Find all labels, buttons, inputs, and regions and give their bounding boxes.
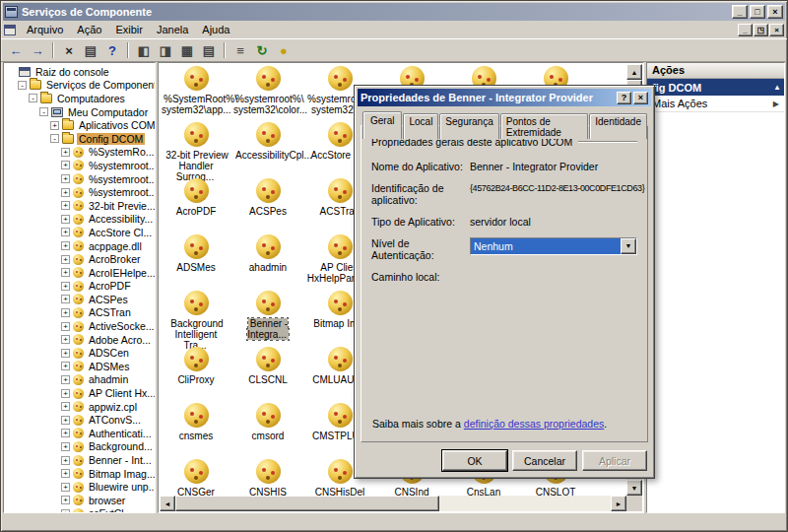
dcom-app-item[interactable]: ACSPes	[233, 178, 302, 217]
dcom-app-item[interactable]: ahadmin	[233, 234, 302, 273]
tab-identidade[interactable]: Identidade	[589, 113, 647, 139]
tree-expander-icon[interactable]: -	[39, 107, 48, 116]
tree-item-authenticati[interactable]: +Authenticati...	[4, 427, 155, 440]
dcom-app-item[interactable]: cnsmes	[162, 403, 230, 441]
tab-geral[interactable]: Geral	[362, 111, 402, 139]
close-button[interactable]: ×	[767, 5, 783, 19]
menu-janela[interactable]: Janela	[150, 22, 195, 37]
properties-icon[interactable]: ▤	[80, 40, 101, 60]
tree-item-bitmap-imag[interactable]: +Bitmap Imag...	[4, 467, 155, 481]
menu-a-o[interactable]: Ação	[70, 22, 108, 37]
tree-item-ap-client-hx[interactable]: +AP Client Hx...	[4, 386, 155, 400]
collapse-icon[interactable]: ▴	[775, 83, 779, 92]
tree-expander-icon[interactable]: +	[61, 402, 70, 411]
help-icon[interactable]: ?	[101, 40, 123, 60]
tree-item-acropdf[interactable]: +AcroPDF	[4, 280, 155, 294]
tree-item-acrobroker[interactable]: +AcroBroker	[4, 252, 155, 266]
tree-expander-icon[interactable]: +	[61, 215, 70, 224]
dcom-app-item[interactable]: CLSCNL	[233, 347, 302, 385]
dcom-app-item[interactable]: %SystemRoot%\ system32\app...	[162, 66, 230, 115]
show-action-pane-icon[interactable]: ◨	[155, 40, 176, 60]
tree-expander-icon[interactable]: +	[61, 509, 70, 513]
back-icon[interactable]: ←	[5, 40, 27, 60]
tree-expander-icon[interactable]: +	[61, 228, 70, 236]
tree-item-adsmes[interactable]: +ADSMes	[4, 360, 155, 373]
tree-expander-icon[interactable]: +	[61, 308, 70, 317]
tree-item-accstore-cl[interactable]: +AccStore Cl...	[4, 226, 155, 239]
tree-item-ahadmin[interactable]: +ahadmin	[4, 373, 155, 387]
menu-exibir[interactable]: Exibir	[108, 22, 150, 37]
tree-expander-icon[interactable]: +	[61, 282, 70, 291]
tree-expander-icon[interactable]: -	[29, 94, 37, 102]
tree-item-systemroot[interactable]: +%systemroot...	[4, 185, 155, 199]
help-button[interactable]: ?	[617, 92, 631, 104]
refresh-icon[interactable]: ↻	[251, 40, 273, 60]
tree-item-atconvs[interactable]: +ATConvS...	[4, 413, 155, 427]
properties-definition-link[interactable]: definição dessas propriedades	[464, 418, 604, 430]
scroll-left-button[interactable]: ◄	[160, 496, 175, 511]
scroll-up-button[interactable]: ▲	[626, 64, 642, 80]
tree-item-aplicativos-com[interactable]: +Aplicativos COM	[4, 118, 155, 132]
tree-expander-icon[interactable]: -	[50, 134, 59, 143]
tree-expander-icon[interactable]: +	[61, 322, 70, 331]
tree-expander-icon[interactable]: +	[61, 469, 70, 478]
icon-view-icon[interactable]: ▦	[176, 40, 198, 60]
tree-item-acstran[interactable]: +ACSTran	[4, 306, 155, 320]
tab-local[interactable]: Local	[403, 113, 438, 139]
tree-item-ccevtcl[interactable]: +ccEvtCl...	[4, 507, 155, 513]
dcom-app-item[interactable]: AcroPDF	[162, 178, 230, 217]
dcom-app-item[interactable]: CliProxy	[162, 347, 230, 385]
tree-expander-icon[interactable]: +	[61, 349, 70, 358]
combobox-dropdown-icon[interactable]: ▼	[621, 238, 636, 254]
horizontal-scroll-thumb[interactable]	[175, 496, 439, 511]
close-button[interactable]: ×	[633, 92, 648, 104]
dcom-app-item[interactable]: AccessibilityCpl...	[233, 122, 302, 161]
tree-item-bluewire-unp[interactable]: +Bluewire unp...	[4, 480, 155, 494]
tree-item-appwiz-cpl[interactable]: +appwiz.cpl	[4, 400, 155, 414]
cancelar-button[interactable]: Cancelar	[512, 450, 577, 471]
child-restore-button[interactable]: ◳	[754, 24, 768, 36]
dcom-app-item[interactable]: CNSGer	[162, 459, 230, 496]
tree-expander-icon[interactable]: +	[61, 483, 70, 492]
tree-expander-icon[interactable]: +	[61, 255, 70, 264]
tree-expander-icon[interactable]: +	[61, 188, 70, 197]
delete-icon[interactable]: ×	[58, 40, 80, 60]
tree-item-activesocke[interactable]: +ActiveSocke...	[4, 319, 155, 333]
tree-expander-icon[interactable]: +	[61, 201, 70, 210]
menu-arquivo[interactable]: Arquivo	[20, 22, 70, 37]
tree-expander-icon[interactable]: +	[61, 429, 70, 437]
more-actions-item[interactable]: Mais Ações ▶	[647, 96, 784, 112]
tree-item-adobe-acro[interactable]: +Adobe Acro...	[4, 333, 155, 347]
tree-expander-icon[interactable]: +	[61, 335, 70, 344]
child-close-button[interactable]: ×	[769, 24, 784, 36]
tree-item-config-dcom[interactable]: -Config DCOM	[4, 132, 155, 146]
minimize-button[interactable]: _	[732, 5, 748, 19]
ok-button[interactable]: OK	[442, 450, 507, 471]
list-view-icon[interactable]: ▤	[198, 40, 220, 60]
menu-ajuda[interactable]: Ajuda	[195, 22, 236, 37]
tree-item-accessibility[interactable]: +Accessibility...	[4, 213, 155, 227]
tree-expander-icon[interactable]: +	[61, 456, 70, 465]
dcom-ball-icon[interactable]: ●	[273, 40, 295, 60]
tree-expander-icon[interactable]: +	[61, 241, 70, 250]
tab-pontos-de-extremidade[interactable]: Pontos de Extremidade	[500, 113, 589, 139]
tree-expander-icon[interactable]: +	[61, 416, 70, 425]
tree-item-browser[interactable]: +browser	[4, 494, 155, 507]
tree-item-32-bit-previe[interactable]: +32-bit Previe...	[4, 199, 155, 213]
show-console-tree-icon[interactable]: ◧	[133, 40, 155, 60]
tree-expander-icon[interactable]: +	[61, 268, 70, 277]
tree-item-systemro[interactable]: +%SystemRo...	[4, 146, 155, 160]
horizontal-scrollbar[interactable]: ◄ ►	[160, 496, 626, 511]
export-list-icon[interactable]: ≡	[230, 40, 251, 60]
tree-item-systemroot[interactable]: +%systemroot...	[4, 172, 155, 186]
dcom-app-item[interactable]: CNSHIS	[233, 459, 302, 496]
tree-expander-icon[interactable]: +	[61, 442, 70, 451]
tree-expander-icon[interactable]: +	[61, 295, 70, 303]
tree-expander-icon[interactable]: +	[61, 375, 70, 384]
tree-expander-icon[interactable]: +	[61, 496, 70, 504]
tree-item-background[interactable]: +Background...	[4, 440, 155, 454]
actions-section-header[interactable]: fig DCOM ▴	[647, 79, 784, 96]
child-minimize-button[interactable]: _	[738, 24, 753, 36]
tree-expander-icon[interactable]: +	[61, 148, 70, 157]
tree-expander-icon[interactable]: +	[61, 362, 70, 370]
